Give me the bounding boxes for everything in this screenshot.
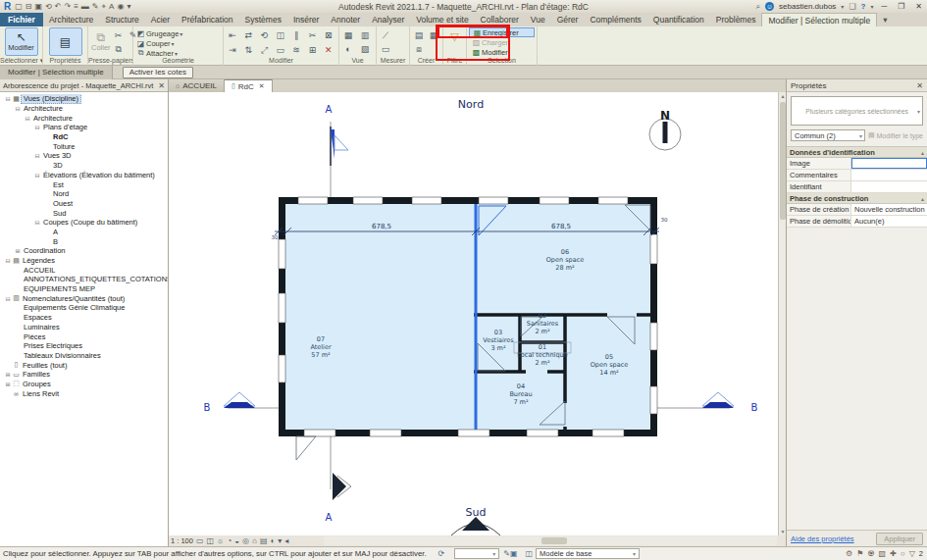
tree-item-feuilles-tout-[interactable]: ▯Feuilles (tout)	[0, 360, 168, 370]
app-store-icon[interactable]: ❑	[849, 2, 855, 11]
tree-item-sud[interactable]: Sud	[0, 208, 168, 218]
ribbon-tab-analyser[interactable]: Analyser	[366, 13, 410, 26]
editable-only-icon[interactable]: ▧	[879, 549, 887, 558]
ribbon-tab-ins-rer[interactable]: Insérer	[287, 13, 325, 26]
tree-item-l-gendes[interactable]: ⊟▤Légendes	[0, 256, 168, 266]
view-tab-accueil[interactable]: ⌂ACCUEIL	[169, 79, 225, 92]
ribbon-tab-compl-ments[interactable]: Compléments	[584, 13, 646, 26]
vertical-scrollbar[interactable]: ▲ ▼	[778, 92, 786, 535]
cut-icon[interactable]: ✂	[112, 28, 126, 42]
tree-item--l-vations-l-vation-du-b-timent-[interactable]: ⊟Élévations (Élévation du bâtiment)	[0, 171, 168, 180]
section-marker-a-bottom[interactable]	[333, 473, 351, 500]
minimize-button[interactable]: ─	[878, 2, 890, 11]
help-dropdown-icon[interactable]: ▾	[870, 3, 873, 10]
ribbon-tab-syst-mes[interactable]: Systèmes	[239, 13, 287, 26]
grugeage-button[interactable]: ◩Grugeage▾	[135, 28, 221, 38]
selection-enregistrer-button[interactable]: ▦Enregistrer	[469, 27, 535, 37]
windows-right[interactable]	[650, 234, 657, 414]
ribbon-tab-acier[interactable]: Acier	[145, 13, 176, 26]
tree-item-nord[interactable]: Nord	[0, 189, 168, 199]
rotate-icon[interactable]: ⟲	[258, 28, 272, 42]
tree-item-coordination[interactable]: ⊞Coordination	[0, 246, 168, 256]
property-value-phase-de-cr-ation[interactable]: Nouvelle construction	[851, 204, 927, 215]
tree-expander-icon[interactable]: ⊟	[33, 124, 41, 130]
tree-expander-icon[interactable]: ⊟	[14, 105, 22, 112]
copy-icon[interactable]: ◫	[274, 28, 287, 42]
sun-path-icon[interactable]: ☼	[217, 536, 224, 545]
tree-item-annotations-etiquettes-cotations-symboles[interactable]: ANNOTATIONS_ETIQUETTES_COTATIONS_SYMBOLE…	[0, 275, 168, 284]
ribbon-tab-vue[interactable]: Vue	[525, 13, 551, 26]
tree-item-3d[interactable]: 3D	[0, 161, 168, 171]
design-option-combo[interactable]: Modèle de base▾	[536, 548, 640, 559]
dimension-text[interactable]: 678,5	[551, 223, 571, 230]
redo-icon[interactable]: ↷	[64, 2, 71, 11]
user-avatar[interactable]: ☺	[765, 2, 774, 11]
temporary-hide-icon[interactable]: ▤	[260, 536, 268, 545]
tree-item-est[interactable]: Est	[0, 179, 168, 189]
crop-region-icon[interactable]: ⌂	[252, 536, 257, 545]
tree-item-espaces[interactable]: Espaces	[0, 313, 168, 323]
tree-item-nomenclatures-quantit-s-tout-[interactable]: ⊟▥Nomenclatures/Quantités (tout)	[0, 293, 168, 303]
reveal-hidden-icon[interactable]: ◐	[270, 536, 275, 545]
dimension-text[interactable]: 678,5	[372, 223, 391, 230]
restore-button[interactable]: ❐	[895, 2, 907, 11]
new-window-icon[interactable]: ▢	[15, 2, 23, 11]
ribbon-tab-volume-et-site[interactable]: Volume et site	[410, 13, 474, 26]
tree-expander-icon[interactable]: ⊟	[4, 257, 12, 264]
design-option-icon[interactable]: ◫	[526, 549, 534, 558]
apply-button[interactable]: Appliquer	[876, 533, 923, 545]
tree-item-equipements-mep[interactable]: EQUIPEMENTS MEP	[0, 284, 168, 294]
text-icon[interactable]: A	[109, 2, 114, 11]
worksharing-monitor-icon[interactable]: ⟳	[438, 549, 445, 558]
tree-expander-icon[interactable]: ⊟	[4, 95, 12, 102]
reveal-hidden-icon[interactable]: ◐	[341, 42, 355, 56]
measure-icon[interactable]: ▬	[81, 2, 89, 11]
aligned-dimension-icon[interactable]: ✎	[92, 2, 99, 11]
print-icon[interactable]: ≡	[74, 2, 78, 11]
user-name[interactable]: sebastien.dubos	[779, 2, 836, 11]
tree-expander-icon[interactable]: ⊟	[33, 152, 41, 159]
activate-dimensions-button[interactable]: Activer les cotes	[123, 67, 193, 78]
scale-icon[interactable]: ▭	[274, 43, 287, 57]
trim-icon[interactable]: ✂	[305, 28, 319, 42]
tree-item-vues-3d[interactable]: ⊟Vues 3D	[0, 151, 168, 161]
close-button[interactable]: ✕	[912, 2, 925, 11]
tree-item-pi-ces[interactable]: Pièces	[0, 331, 168, 341]
editable-only-icon[interactable]: ✎	[503, 549, 510, 558]
ribbon-tab-probl-mes[interactable]: Problèmes	[710, 13, 762, 26]
tag-icon[interactable]: ⌖	[102, 2, 107, 12]
thin-lines-icon[interactable]: ▦	[341, 28, 355, 42]
app-menu-button[interactable]: R	[0, 1, 15, 12]
visual-style-icon[interactable]: ◫	[207, 536, 215, 545]
search-icon[interactable]: ⌕	[756, 2, 760, 12]
property-value-image[interactable]	[851, 158, 927, 169]
tree-item-plans-d-tage[interactable]: ⊟Plans d'étage	[0, 123, 168, 132]
delete-icon[interactable]: ✕	[322, 43, 335, 57]
tree-expander-icon[interactable]: ⊟	[24, 115, 31, 122]
move-icon[interactable]: ⤢	[258, 43, 272, 57]
help-icon[interactable]: ?	[861, 2, 866, 11]
filter-button[interactable]: ▽ Filtre	[443, 26, 467, 66]
offset-icon[interactable]: ⇥	[226, 43, 239, 57]
graphic-display-icon[interactable]: ▥	[358, 28, 372, 42]
view-tab-rdc[interactable]: ▯RdC✕	[225, 79, 273, 92]
tree-item-prises-electriques[interactable]: Prises Electriques	[0, 341, 168, 351]
tree-expander-icon[interactable]: ⊟	[33, 219, 41, 226]
sync-icon[interactable]: ⟲	[45, 2, 52, 11]
selection-filter-icon[interactable]: ▽	[909, 549, 915, 558]
ribbon-tab-structure[interactable]: Structure	[99, 13, 145, 26]
align-icon[interactable]: ⇤	[226, 28, 239, 42]
ribbon-tab-g-rer[interactable]: Gérer	[551, 13, 585, 26]
tree-item-rdc[interactable]: RdC	[0, 132, 168, 142]
array-icon[interactable]: ∥	[289, 28, 303, 42]
user-dropdown-icon[interactable]: ▾	[841, 3, 844, 10]
mirror-line-icon[interactable]: ⇅	[241, 43, 255, 57]
tree-item-liens-revit[interactable]: ∞Liens Revit	[0, 388, 168, 398]
drawing-canvas[interactable]: 678,5678,53030 07Atelier57 m²06Open spac…	[169, 92, 778, 535]
crop-view-icon[interactable]: ◎	[242, 536, 249, 545]
south-elevation-symbol[interactable]	[451, 517, 500, 535]
section-marker-b-right[interactable]	[702, 392, 734, 408]
view-tab-close-icon[interactable]: ✕	[259, 82, 265, 90]
section-marker-a-top[interactable]	[331, 127, 348, 166]
measure-between-icon[interactable]: ⟋	[379, 28, 392, 42]
